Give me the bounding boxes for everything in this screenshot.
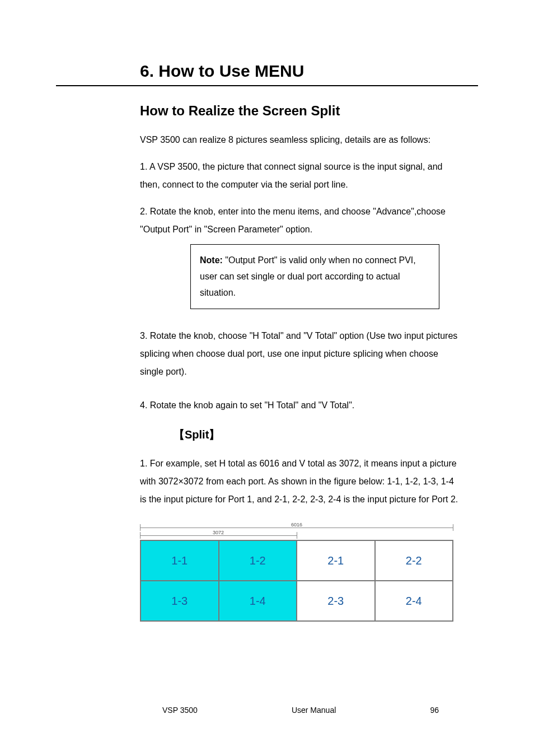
grid-cell: 2-2 <box>375 540 453 581</box>
step-4-paragraph: 4. Rotate the knob again to set "H Total… <box>140 396 461 414</box>
grid-cell: 1-2 <box>219 540 297 581</box>
intro-paragraph-1: VSP 3500 can realize 8 pictures seamless… <box>140 131 461 149</box>
split-diagram: 6016 3072 1-1 1-2 2-1 2-2 1-3 1-4 2-3 2-… <box>140 524 453 622</box>
page-footer: VSP 3500 User Manual 96 <box>56 706 478 715</box>
grid-cell: 1-4 <box>219 581 297 621</box>
step-3-paragraph: 3. Rotate the knob, choose "H Total" and… <box>140 327 461 381</box>
dim-top-label: 6016 <box>291 522 302 528</box>
note-label: Note: <box>200 255 225 265</box>
subsection-heading: How to Realize the Screen Split <box>140 103 478 119</box>
split-description: 1. For example, set H total as 6016 and … <box>140 455 461 508</box>
horizontal-rule <box>56 85 478 86</box>
grid-cell: 2-1 <box>297 540 375 581</box>
grid-cell: 1-1 <box>140 540 219 581</box>
note-box: Note: "Output Port" is valid only when n… <box>190 244 439 309</box>
grid-cell: 2-3 <box>297 581 375 621</box>
step-2-paragraph: 2. Rotate the knob, enter into the menu … <box>140 203 461 239</box>
intro-paragraph-2: 1. A VSP 3500, the picture that connect … <box>140 158 461 194</box>
footer-right: 96 <box>430 706 439 715</box>
footer-left: VSP 3500 <box>162 706 198 715</box>
note-text: "Output Port" is valid only when no conn… <box>200 255 416 297</box>
split-heading: 【Split】 <box>174 428 220 441</box>
footer-mid: User Manual <box>292 706 336 715</box>
split-grid: 1-1 1-2 2-1 2-2 1-3 1-4 2-3 2-4 <box>140 540 453 622</box>
dim-mid-label: 3072 <box>213 530 224 535</box>
grid-cell: 2-4 <box>375 581 453 621</box>
section-title: 6. How to Use MENU <box>140 62 478 81</box>
grid-cell: 1-3 <box>140 581 219 621</box>
